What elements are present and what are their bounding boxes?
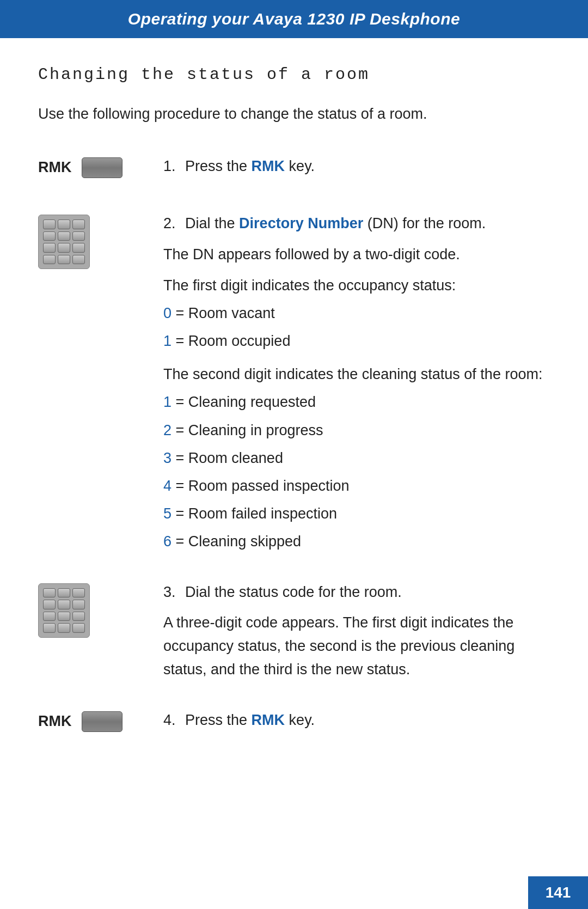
key-3-6 — [72, 600, 85, 609]
step-2-sub2: The first digit indicates the occupancy … — [163, 274, 550, 297]
step-1-num: 1. — [163, 158, 176, 174]
cleaning-4: 4 = Room passed inspection — [163, 474, 550, 498]
rmk-button-4[interactable] — [82, 711, 122, 732]
step-4-highlight: RMK — [252, 712, 285, 728]
key-star — [43, 255, 56, 265]
step-4-text: 4. Press the RMK key. — [163, 709, 550, 731]
clean-num-3: 3 — [163, 450, 171, 466]
step-4-visual: RMK — [38, 709, 152, 732]
footer-bar: 141 — [528, 876, 588, 909]
header-bar: Operating your Avaya 1230 IP Deskphone — [0, 0, 588, 38]
key-3-pound — [72, 623, 85, 633]
clean-text-2: = Cleaning in progress — [171, 422, 323, 438]
step-3-text: 3. Dial the status code for the room. — [163, 581, 550, 603]
step-2-cleaning-intro: The second digit indicates the cleaning … — [163, 363, 550, 386]
occupancy-1: 1 = Room occupied — [163, 330, 550, 353]
clean-text-4: = Room passed inspection — [171, 478, 349, 494]
cleaning-2: 2 = Cleaning in progress — [163, 419, 550, 442]
page-number: 141 — [546, 884, 571, 901]
step-row-2: 2. Dial the Directory Number (DN) for th… — [38, 212, 550, 554]
key-4 — [43, 231, 56, 241]
cleaning-1: 1 = Cleaning requested — [163, 391, 550, 414]
step-2-sub1: The DN appears followed by a two-digit c… — [163, 243, 550, 266]
step-4-prefix: Press the — [185, 712, 252, 728]
clean-text-3: = Room cleaned — [171, 450, 283, 466]
rmk-button-1[interactable] — [82, 157, 122, 178]
section-heading: Changing the status of a room — [38, 65, 550, 84]
step-2-text: 2. Dial the Directory Number (DN) for th… — [163, 212, 550, 235]
step-2-visual — [38, 212, 152, 269]
key-3-5 — [58, 600, 70, 609]
cleaning-5: 5 = Room failed inspection — [163, 502, 550, 526]
key-3-2 — [58, 588, 70, 598]
clean-num-1: 1 — [163, 394, 171, 410]
step-2-suffix: (DN) for the room. — [363, 215, 486, 231]
intro-text: Use the following procedure to change th… — [38, 103, 550, 125]
key-pound — [72, 255, 85, 265]
step-3-content: 3. Dial the status code for the room. A … — [152, 581, 550, 682]
step-2-num: 2. — [163, 215, 176, 231]
key-2 — [58, 219, 70, 229]
key-7 — [43, 243, 56, 253]
step-row-1: RMK 1. Press the RMK key. — [38, 155, 550, 186]
clean-text-1: = Cleaning requested — [171, 394, 316, 410]
key-5 — [58, 231, 70, 241]
clean-num-5: 5 — [163, 505, 171, 522]
step-4-num: 4. — [163, 712, 176, 728]
step-4-suffix: key. — [285, 712, 315, 728]
step-3-num: 3. — [163, 584, 176, 600]
key-3-star — [43, 623, 56, 633]
step-row-3: 3. Dial the status code for the room. A … — [38, 581, 550, 682]
clean-num-2: 2 — [163, 422, 171, 438]
key-3-9 — [72, 612, 85, 621]
clean-num-6: 6 — [163, 533, 171, 550]
keypad-image-3 — [38, 583, 90, 638]
keypad-image-2 — [38, 215, 90, 269]
step-2-content: 2. Dial the Directory Number (DN) for th… — [152, 212, 550, 554]
step-1-highlight: RMK — [252, 158, 285, 174]
step-2-prefix: Dial the — [185, 215, 239, 231]
key-9 — [72, 243, 85, 253]
step-1-content: 1. Press the RMK key. — [152, 155, 550, 186]
step-1-suffix: key. — [285, 158, 315, 174]
key-0 — [58, 255, 70, 265]
key-3-4 — [43, 600, 56, 609]
step-3-main: Dial the status code for the room. — [185, 584, 402, 600]
key-3-1 — [43, 588, 56, 598]
cleaning-3: 3 = Room cleaned — [163, 447, 550, 470]
step-3-sub: A three-digit code appears. The first di… — [163, 611, 550, 682]
key-3-8 — [58, 612, 70, 621]
clean-num-4: 4 — [163, 478, 171, 494]
occupancy-0: 0 = Room vacant — [163, 302, 550, 325]
step-2-highlight: Directory Number — [239, 215, 363, 231]
occ-text-1: = Room occupied — [171, 333, 290, 349]
step-1-text: 1. Press the RMK key. — [163, 155, 550, 178]
key-6 — [72, 231, 85, 241]
key-8 — [58, 243, 70, 253]
key-3-0 — [58, 623, 70, 633]
clean-text-6: = Cleaning skipped — [171, 533, 301, 550]
clean-text-5: = Room failed inspection — [171, 505, 337, 522]
step-1-visual: RMK — [38, 155, 152, 178]
step-4-content: 4. Press the RMK key. — [152, 709, 550, 740]
occ-num-0: 0 — [163, 305, 171, 321]
step-1-prefix: Press the — [185, 158, 252, 174]
occ-num-1: 1 — [163, 333, 171, 349]
step-row-4: RMK 4. Press the RMK key. — [38, 709, 550, 740]
header-title: Operating your Avaya 1230 IP Deskphone — [128, 10, 460, 28]
key-3 — [72, 219, 85, 229]
rmk-label-4: RMK — [38, 713, 72, 730]
key-3-7 — [43, 612, 56, 621]
step-3-visual — [38, 581, 152, 638]
occ-text-0: = Room vacant — [171, 305, 275, 321]
rmk-label-1: RMK — [38, 159, 72, 176]
page-content: Changing the status of a room Use the fo… — [0, 38, 588, 810]
cleaning-6: 6 = Cleaning skipped — [163, 530, 550, 553]
key-1 — [43, 219, 56, 229]
key-3-3 — [72, 588, 85, 598]
